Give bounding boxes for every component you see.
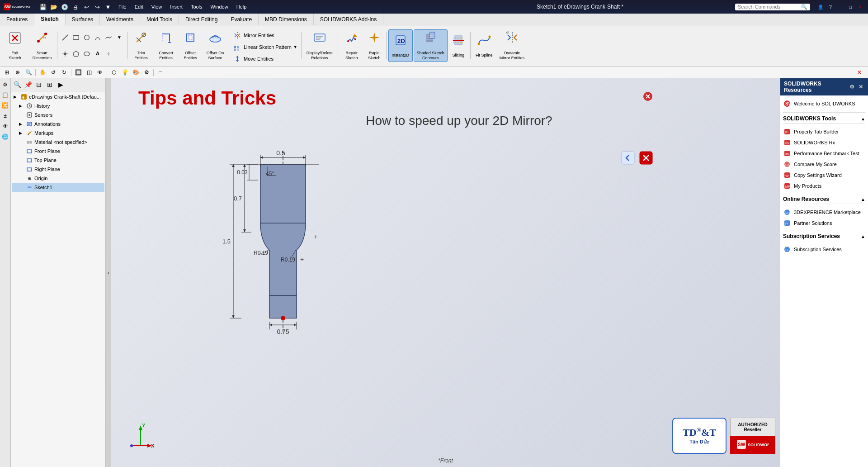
tab-addins[interactable]: SOLIDWORKS Add-Ins <box>314 14 383 25</box>
display-manager-tab[interactable]: 👁 <box>1 122 10 131</box>
menu-help[interactable]: Help <box>233 3 250 10</box>
qa-undo[interactable]: ↩ <box>81 2 91 12</box>
menu-window[interactable]: Window <box>207 3 232 10</box>
rp-sub-services[interactable]: S Subscription Services <box>783 244 865 255</box>
window-select-btn[interactable]: □ <box>156 68 165 77</box>
tree-front-plane[interactable]: Front Plane <box>12 147 104 156</box>
shaded-sketch-btn[interactable]: Shaded SketchContours <box>414 29 448 62</box>
rapid-sketch-btn[interactable]: RapidSketch <box>364 29 384 62</box>
zoom-in-btn[interactable]: 🔍 <box>24 68 33 77</box>
canvas-close-btn[interactable] <box>642 91 653 102</box>
online-resources-header[interactable]: Online Resources ▲ <box>783 196 865 204</box>
polygon-tool-btn[interactable] <box>71 49 81 58</box>
fit-spline-btn[interactable]: Fit Spline <box>472 29 496 62</box>
instant2d-btn[interactable]: 2D Instant2D <box>388 29 413 62</box>
expand-all-btn[interactable]: ⊞ <box>45 80 55 90</box>
qa-save[interactable]: 💿 <box>60 2 70 12</box>
feature-manager-tab[interactable]: ⚙ <box>1 80 10 89</box>
filter-btn[interactable]: 🔍 <box>12 80 22 90</box>
menu-view[interactable]: View <box>148 3 166 10</box>
subscription-collapse[interactable]: ▲ <box>861 234 865 239</box>
user-icon[interactable]: 👤 <box>816 4 825 10</box>
offset-entities-btn[interactable]: OffsetEntities <box>179 29 202 62</box>
select-filter-btn[interactable]: ↻ <box>59 68 69 77</box>
tab-features[interactable]: Features <box>0 14 34 25</box>
rp-perf-bench[interactable]: BM Performance Benchmark Test <box>783 148 865 159</box>
close-view-btn[interactable]: ✕ <box>854 68 864 77</box>
property-manager-tab[interactable]: 📋 <box>1 91 10 100</box>
tree-sensors[interactable]: Sensors <box>12 110 104 119</box>
tab-mold-tools[interactable]: Mold Tools <box>140 14 179 25</box>
mirror-entities-btn[interactable]: Mirror Entities <box>231 30 299 41</box>
tree-history[interactable]: ▶ History <box>12 101 104 110</box>
view-orientation-btn[interactable]: ⊞ <box>2 68 12 77</box>
trim-entities-btn[interactable]: TrimEntities <box>129 29 153 62</box>
pan-btn[interactable]: ✋ <box>38 68 47 77</box>
rp-partner[interactable]: P Partner Solutions <box>783 218 865 229</box>
more-entities-btn[interactable]: ▼ <box>114 33 124 42</box>
spline-tool-btn[interactable] <box>104 33 113 42</box>
zoom-fit-btn[interactable]: ⊕ <box>13 68 23 77</box>
tree-origin[interactable]: ⊕ Origin <box>12 174 104 183</box>
view-more-btn[interactable]: ▶ <box>56 80 66 90</box>
rotate-btn[interactable]: ↺ <box>48 68 58 77</box>
rp-welcome-item[interactable]: SW Welcome to SOLIDWORKS <box>783 98 865 109</box>
tree-right-plane[interactable]: Right Plane <box>12 165 104 174</box>
scene-btn[interactable]: 🎨 <box>131 68 141 77</box>
tree-root[interactable]: ▶ e eDrawings Crank-Shaft (Defau... <box>12 92 104 101</box>
close-btn[interactable]: × <box>856 4 864 10</box>
move-entities-btn[interactable]: Move Entities <box>231 53 299 64</box>
tree-sketch1[interactable]: ✏ Sketch1 <box>12 183 104 192</box>
rp-copy-settings[interactable]: W Copy Settings Wizard <box>783 170 865 181</box>
pin-btn[interactable]: 📌 <box>23 80 33 90</box>
view-settings-btn[interactable]: ⚙ <box>142 68 151 77</box>
circle-tool-btn[interactable] <box>82 33 92 42</box>
root-expander[interactable]: ▶ <box>14 95 19 99</box>
tab-sketch[interactable]: Sketch <box>34 14 65 25</box>
menu-tools[interactable]: Tools <box>187 3 206 10</box>
tab-weldments[interactable]: Weldments <box>100 14 140 25</box>
line-tool-btn[interactable] <box>60 33 70 42</box>
hide-show-btn[interactable]: 👁 <box>95 68 105 77</box>
qa-redo[interactable]: ↪ <box>92 2 102 12</box>
section-view-btn[interactable]: ◫ <box>84 68 94 77</box>
ellipse-tool-btn[interactable] <box>82 49 92 58</box>
rectangle-tool-btn[interactable] <box>71 33 81 42</box>
sidebar-collapse-handle[interactable]: ‹ <box>106 78 111 467</box>
collapse-all-btn[interactable]: ⊟ <box>34 80 44 90</box>
rp-ptb[interactable]: P Property Tab Builder <box>783 126 865 137</box>
online-resources-collapse[interactable]: ▲ <box>861 197 865 202</box>
offset-on-surface-btn[interactable]: Offset OnSurface <box>203 29 227 62</box>
maximize-btn[interactable]: □ <box>846 4 854 10</box>
menu-file[interactable]: File <box>115 3 130 10</box>
history-expander[interactable]: ▶ <box>19 104 24 108</box>
rp-compare-score[interactable]: CS Compare My Score <box>783 159 865 170</box>
qa-open[interactable]: 📂 <box>49 2 59 12</box>
arc-tool-btn[interactable] <box>93 33 103 42</box>
rp-3dexp[interactable]: 3D 3DEXPERIENCE Marketplace <box>783 207 865 218</box>
rp-sw-rx[interactable]: Rx SOLIDWORKS Rx <box>783 137 865 148</box>
sw-tools-header[interactable]: SOLIDWORKS Tools ▲ <box>783 115 865 124</box>
tree-markups[interactable]: ▶ Markups <box>12 129 104 138</box>
help-close-icon[interactable] <box>639 151 653 167</box>
shadows-btn[interactable]: 💡 <box>120 68 130 77</box>
repair-sketch-btn[interactable]: RepairSketch <box>340 29 363 62</box>
minimize-btn[interactable]: − <box>836 4 844 10</box>
tree-top-plane[interactable]: Top Plane <box>12 156 104 165</box>
sw-tools-collapse[interactable]: ▲ <box>861 116 865 121</box>
menu-edit[interactable]: Edit <box>131 3 147 10</box>
menu-insert[interactable]: Insert <box>166 3 186 10</box>
tab-surfaces[interactable]: Surfaces <box>66 14 100 25</box>
linear-sketch-btn[interactable]: Linear Sketch Pattern ▼ <box>231 42 299 52</box>
rp-my-products[interactable]: MP My Products <box>783 181 865 191</box>
convert-entities-btn[interactable]: ConvertEntities <box>154 29 178 62</box>
configuration-manager-tab[interactable]: 🔀 <box>1 101 10 110</box>
tab-mbd-dimensions[interactable]: MBD Dimensions <box>259 14 314 25</box>
point-tool-btn[interactable] <box>60 49 70 58</box>
text-tool-btn[interactable]: A <box>93 49 103 58</box>
qa-new[interactable]: 💾 <box>38 2 48 12</box>
solidworks-resources-left[interactable]: 🌐 <box>1 132 10 141</box>
slicing-btn[interactable]: Slicing <box>448 29 468 62</box>
markups-expander[interactable]: ▶ <box>19 131 24 135</box>
rp-close-icon[interactable]: ✕ <box>857 83 864 91</box>
